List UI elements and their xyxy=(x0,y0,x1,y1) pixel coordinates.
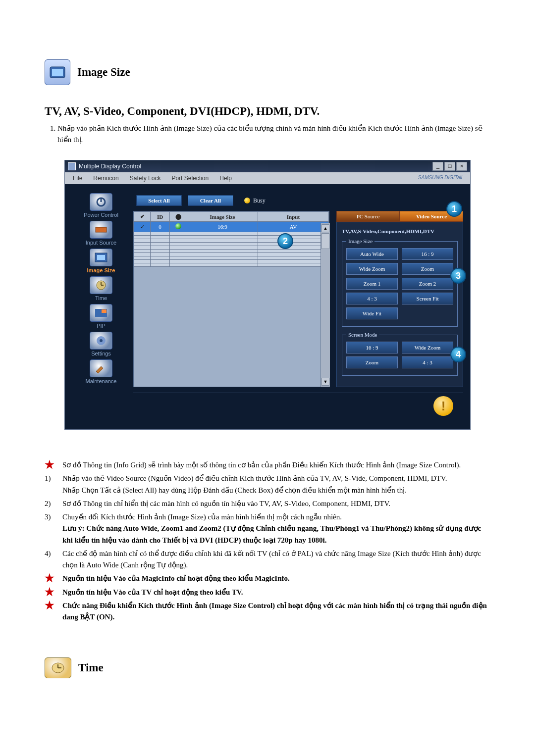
btn-16-9[interactable]: 16 : 9 xyxy=(402,248,453,260)
menu-help[interactable]: Help xyxy=(214,174,237,183)
row-checkbox[interactable] xyxy=(134,250,151,253)
row-status xyxy=(170,236,187,239)
row-image-size xyxy=(187,239,258,243)
btn-screen-fit[interactable]: Screen Fit xyxy=(402,293,453,304)
sidebar-item-label: Input Source xyxy=(86,240,116,246)
grid-scrollbar[interactable]: ▲ ▼ xyxy=(321,223,330,387)
scroll-thumb[interactable] xyxy=(321,233,329,249)
section-title-time: Time xyxy=(78,661,104,674)
row-id xyxy=(151,256,170,260)
row-id xyxy=(151,243,170,246)
table-row[interactable] xyxy=(134,243,329,246)
row-checkbox[interactable] xyxy=(134,263,151,267)
scroll-down-icon[interactable]: ▼ xyxy=(321,378,329,386)
sm-wide-zoom[interactable]: Wide Zoom xyxy=(402,342,453,353)
row-image-size: 16:9 xyxy=(187,222,258,232)
btn-zoom2[interactable]: Zoom 2 xyxy=(402,278,453,290)
col-check: ✔ xyxy=(134,212,151,222)
svg-rect-4 xyxy=(96,227,107,232)
sm-4-3[interactable]: 4 : 3 xyxy=(402,356,453,368)
status-bar: ! xyxy=(133,392,463,419)
sm-16-9[interactable]: 16 : 9 xyxy=(346,342,398,353)
image-size-icon xyxy=(90,249,112,266)
section-title: Image Size xyxy=(77,66,130,79)
table-row[interactable] xyxy=(134,239,329,243)
row-checkbox[interactable] xyxy=(134,236,151,239)
menubar: File Remocon Safety Lock Port Selection … xyxy=(65,172,470,184)
col-status: ⬤ xyxy=(170,212,187,222)
fieldset-screen-mode: Screen Mode 16 : 9 Wide Zoom Zoom 4 : 3 xyxy=(342,332,458,376)
sidebar-item-maintenance[interactable]: Maintenance xyxy=(72,359,130,384)
table-row[interactable] xyxy=(134,253,329,256)
power-icon xyxy=(90,193,112,211)
maximize-button[interactable]: □ xyxy=(444,162,455,171)
minimize-button[interactable]: _ xyxy=(432,162,443,171)
app-icon xyxy=(68,162,76,170)
row-status xyxy=(170,246,187,250)
btn-wide-zoom[interactable]: Wide Zoom xyxy=(346,263,398,275)
table-row[interactable]: 016:9AV xyxy=(134,222,329,232)
row-checkbox[interactable] xyxy=(134,256,151,260)
sidebar-item-pip[interactable]: PIP xyxy=(72,304,130,329)
section-header-time: Time xyxy=(45,657,490,678)
row-input xyxy=(258,243,329,246)
sidebar-item-label: Image Size xyxy=(87,267,115,273)
btn-zoom1[interactable]: Zoom 1 xyxy=(346,278,398,290)
info-grid: ✔ ID ⬤ Image Size Input 016:9AV xyxy=(133,211,329,387)
row-status xyxy=(170,263,187,267)
sm-zoom[interactable]: Zoom xyxy=(346,356,398,368)
btn-4-3[interactable]: 4 : 3 xyxy=(346,293,398,304)
row-checkbox[interactable] xyxy=(134,260,151,263)
svg-point-13 xyxy=(100,339,103,342)
row-checkbox[interactable] xyxy=(134,246,151,250)
note-7: Chức năng Điều khiển Kích thước Hình ảnh… xyxy=(62,600,490,623)
table-row[interactable] xyxy=(134,236,329,239)
row-status xyxy=(170,222,187,232)
sidebar-item-time[interactable]: Time xyxy=(72,276,130,301)
note-5: Nguồn tín hiệu Vào của MagicInfo chỉ hoạ… xyxy=(62,573,290,584)
table-row[interactable] xyxy=(134,232,329,236)
close-button[interactable]: × xyxy=(456,162,467,171)
note-3b: Lưu ý: Chức năng Auto Wide, Zoom1 and Zo… xyxy=(62,524,481,544)
menu-safety-lock[interactable]: Safety Lock xyxy=(125,174,166,183)
table-row[interactable] xyxy=(134,246,329,250)
table-row[interactable] xyxy=(134,260,329,263)
sidebar-item-image-size[interactable]: Image Size xyxy=(72,249,130,273)
row-id xyxy=(151,253,170,256)
intro-item-1: Nhấp vào phần Kích thước Hình ảnh (Image… xyxy=(57,123,490,145)
row-image-size xyxy=(187,250,258,253)
titlebar: Multiple Display Control _ □ × xyxy=(65,160,470,172)
row-checkbox[interactable] xyxy=(134,239,151,243)
row-id xyxy=(151,263,170,267)
btn-zoom[interactable]: Zoom xyxy=(402,263,453,275)
row-checkbox[interactable] xyxy=(134,222,151,232)
sidebar-item-settings[interactable]: Settings xyxy=(72,332,130,356)
table-row[interactable] xyxy=(134,256,329,260)
sidebar: Power ControlInput SourceImage SizeTimeP… xyxy=(72,193,130,419)
table-row[interactable] xyxy=(134,263,329,267)
btn-wide-fit[interactable]: Wide Fit xyxy=(346,307,398,319)
scroll-up-icon[interactable]: ▲ xyxy=(321,224,329,232)
menu-remocon[interactable]: Remocon xyxy=(88,174,123,183)
menu-file[interactable]: File xyxy=(68,174,87,183)
btn-auto-wide[interactable]: Auto Wide xyxy=(346,248,398,260)
menu-port-selection[interactable]: Port Selection xyxy=(166,174,214,183)
row-image-size xyxy=(187,256,258,260)
num-3: 3) xyxy=(45,511,57,523)
row-checkbox[interactable] xyxy=(134,253,151,256)
row-input xyxy=(258,250,329,253)
select-all-button[interactable]: Select All xyxy=(136,195,182,206)
intro-list: Nhấp vào phần Kích thước Hình ảnh (Image… xyxy=(45,123,490,145)
sidebar-item-label: Power Control xyxy=(84,212,118,218)
row-input xyxy=(258,246,329,250)
row-status xyxy=(170,239,187,243)
sidebar-item-power-control[interactable]: Power Control xyxy=(72,193,130,218)
row-checkbox[interactable] xyxy=(134,243,151,246)
table-row[interactable] xyxy=(134,250,329,253)
row-checkbox[interactable] xyxy=(134,232,151,236)
maintenance-icon xyxy=(90,359,112,377)
col-size: Image Size xyxy=(187,212,258,222)
sidebar-item-input-source[interactable]: Input Source xyxy=(72,221,130,246)
tab-pc-source[interactable]: PC Source xyxy=(336,211,400,222)
clear-all-button[interactable]: Clear All xyxy=(188,195,233,206)
